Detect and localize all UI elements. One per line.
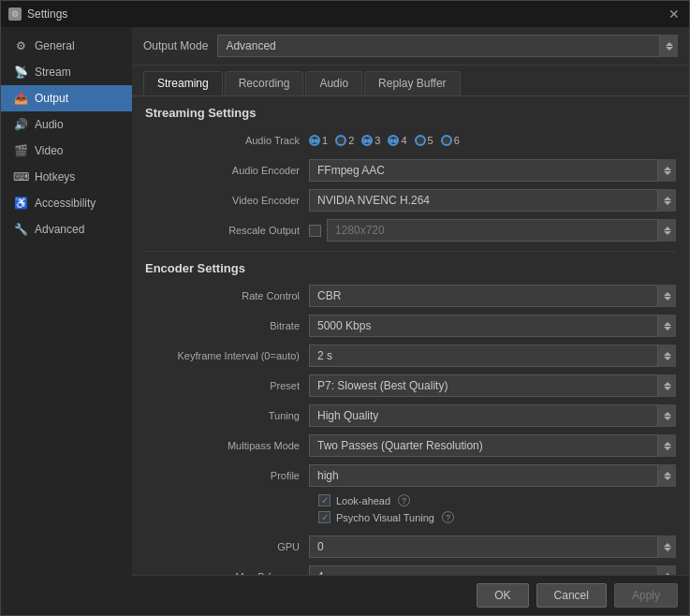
preset-spinner[interactable] bbox=[657, 374, 676, 397]
video-encoder-spinner[interactable] bbox=[657, 189, 676, 212]
cancel-button[interactable]: Cancel bbox=[536, 583, 607, 608]
sidebar-item-video[interactable]: 🎬 Video bbox=[1, 138, 132, 164]
radio-2-dot[interactable] bbox=[335, 135, 346, 146]
tab-streaming[interactable]: Streaming bbox=[143, 71, 223, 95]
gpu-row: GPU 0 bbox=[145, 535, 676, 558]
preset-input[interactable]: P7: Slowest (Best Quality) bbox=[309, 374, 676, 397]
sidebar-label-output: Output bbox=[35, 92, 68, 105]
sidebar-label-hotkeys: Hotkeys bbox=[35, 170, 75, 183]
sidebar-item-hotkeys[interactable]: ⌨ Hotkeys bbox=[1, 164, 132, 190]
audio-track-row: Audio Track 1 2 3 bbox=[145, 129, 676, 152]
sidebar-item-accessibility[interactable]: ♿ Accessibility bbox=[1, 190, 132, 216]
output-mode-spinner[interactable] bbox=[659, 35, 678, 57]
tuning-spinner[interactable] bbox=[657, 404, 676, 427]
tab-audio[interactable]: Audio bbox=[305, 71, 362, 95]
apply-button[interactable]: Apply bbox=[614, 583, 678, 608]
arrow-down-icon bbox=[664, 477, 671, 480]
video-icon: 🎬 bbox=[14, 144, 27, 157]
rescale-input[interactable]: 1280x720 bbox=[327, 219, 676, 242]
tab-replay-buffer[interactable]: Replay Buffer bbox=[364, 71, 461, 95]
sidebar-item-stream[interactable]: 📡 Stream bbox=[1, 59, 132, 85]
video-encoder-row: Video Encoder NVIDIA NVENC H.264 bbox=[145, 189, 676, 212]
rescale-checkbox[interactable] bbox=[309, 225, 321, 237]
multipass-label: Multipass Mode bbox=[145, 440, 309, 451]
bitrate-spinner[interactable] bbox=[657, 315, 676, 337]
max-bframes-input[interactable]: 4 bbox=[309, 565, 676, 575]
radio-6-dot[interactable] bbox=[441, 135, 452, 146]
look-ahead-checkbox[interactable] bbox=[318, 494, 330, 506]
preset-row: Preset P7: Slowest (Best Quality) bbox=[145, 374, 676, 397]
arrow-up-icon bbox=[664, 167, 671, 170]
bitrate-input[interactable]: 5000 Kbps bbox=[309, 315, 676, 337]
hotkeys-icon: ⌨ bbox=[14, 170, 27, 183]
rescale-output-controls: 1280x720 bbox=[309, 219, 676, 242]
gpu-input[interactable]: 0 bbox=[309, 535, 676, 558]
audio-encoder-input[interactable]: FFmpeg AAC bbox=[309, 159, 676, 182]
profile-row: Profile high bbox=[145, 464, 676, 487]
radio-1-dot[interactable] bbox=[309, 135, 320, 146]
psycho-visual-checkbox[interactable] bbox=[318, 511, 330, 523]
gpu-spinner[interactable] bbox=[657, 535, 676, 558]
streaming-settings-title: Streaming Settings bbox=[145, 106, 676, 120]
rate-control-value-wrapper: CBR bbox=[309, 285, 676, 307]
preset-value-wrapper: P7: Slowest (Best Quality) bbox=[309, 374, 676, 397]
max-bframes-spinner[interactable] bbox=[657, 565, 676, 575]
arrow-down-icon bbox=[664, 447, 671, 450]
radio-5-dot[interactable] bbox=[415, 135, 426, 146]
look-ahead-info-icon[interactable]: ? bbox=[398, 494, 410, 506]
max-bframes-row: Max B-frames 4 bbox=[145, 565, 676, 575]
main-content: ⚙ General 📡 Stream 📤 Output 🔊 Audio 🎬 Vi… bbox=[1, 27, 689, 615]
audio-track-3[interactable]: 3 bbox=[361, 135, 380, 146]
output-mode-value[interactable]: Advanced bbox=[217, 35, 678, 57]
sidebar-item-general[interactable]: ⚙ General bbox=[1, 33, 132, 59]
sidebar-item-output[interactable]: 📤 Output bbox=[1, 85, 132, 111]
profile-label: Profile bbox=[145, 470, 309, 481]
tuning-row: Tuning High Quality bbox=[145, 404, 676, 427]
gpu-value-wrapper: 0 bbox=[309, 535, 676, 558]
ok-button[interactable]: OK bbox=[477, 583, 528, 608]
keyframe-input[interactable]: 2 s bbox=[309, 345, 676, 367]
keyframe-spinner[interactable] bbox=[657, 345, 676, 367]
bitrate-value-wrapper: 5000 Kbps bbox=[309, 315, 676, 337]
audio-encoder-spinner[interactable] bbox=[657, 159, 676, 182]
audio-track-1[interactable]: 1 bbox=[309, 135, 328, 146]
audio-track-controls: 1 2 3 4 bbox=[309, 135, 676, 146]
audio-track-5[interactable]: 5 bbox=[415, 135, 433, 146]
arrow-down-icon bbox=[664, 171, 671, 175]
tab-recording[interactable]: Recording bbox=[225, 71, 304, 95]
rescale-spinner[interactable] bbox=[657, 219, 676, 242]
multipass-input[interactable]: Two Passes (Quarter Resolution) bbox=[309, 434, 676, 457]
rate-control-row: Rate Control CBR bbox=[145, 285, 676, 307]
audio-track-6[interactable]: 6 bbox=[441, 135, 460, 146]
profile-spinner[interactable] bbox=[657, 464, 676, 487]
arrow-up-icon bbox=[664, 227, 671, 230]
arrow-up-icon bbox=[664, 442, 671, 446]
psycho-visual-label: Psycho Visual Tuning bbox=[336, 512, 434, 523]
radio-4-dot[interactable] bbox=[388, 135, 399, 146]
gear-icon: ⚙ bbox=[14, 39, 27, 52]
arrow-down-icon bbox=[664, 327, 671, 330]
audio-icon: 🔊 bbox=[14, 118, 27, 131]
rate-control-spinner[interactable] bbox=[657, 285, 676, 307]
bitrate-label: Bitrate bbox=[145, 320, 309, 331]
advanced-icon: 🔧 bbox=[14, 223, 27, 236]
audio-track-4[interactable]: 4 bbox=[388, 135, 406, 146]
psycho-visual-info-icon[interactable]: ? bbox=[442, 511, 454, 523]
arrow-up-icon bbox=[666, 42, 673, 46]
audio-track-2[interactable]: 2 bbox=[335, 135, 354, 146]
rate-control-input[interactable]: CBR bbox=[309, 285, 676, 307]
titlebar-left: ⚙ Settings bbox=[8, 7, 67, 21]
multipass-spinner[interactable] bbox=[657, 434, 676, 457]
radio-3-dot[interactable] bbox=[361, 135, 373, 146]
look-ahead-label: Look-ahead bbox=[336, 495, 390, 506]
close-button[interactable]: ✕ bbox=[667, 7, 682, 22]
sidebar-item-audio[interactable]: 🔊 Audio bbox=[1, 111, 132, 138]
tuning-input[interactable]: High Quality bbox=[309, 404, 676, 427]
sidebar-item-advanced[interactable]: 🔧 Advanced bbox=[1, 216, 132, 242]
profile-input[interactable]: high bbox=[309, 464, 676, 487]
video-encoder-input[interactable]: NVIDIA NVENC H.264 bbox=[309, 189, 676, 212]
rescale-output-row: Rescale Output 1280x720 bbox=[145, 219, 676, 242]
arrow-down-icon bbox=[664, 297, 671, 301]
output-mode-label: Output Mode bbox=[143, 39, 208, 52]
arrow-down-icon bbox=[664, 231, 671, 235]
